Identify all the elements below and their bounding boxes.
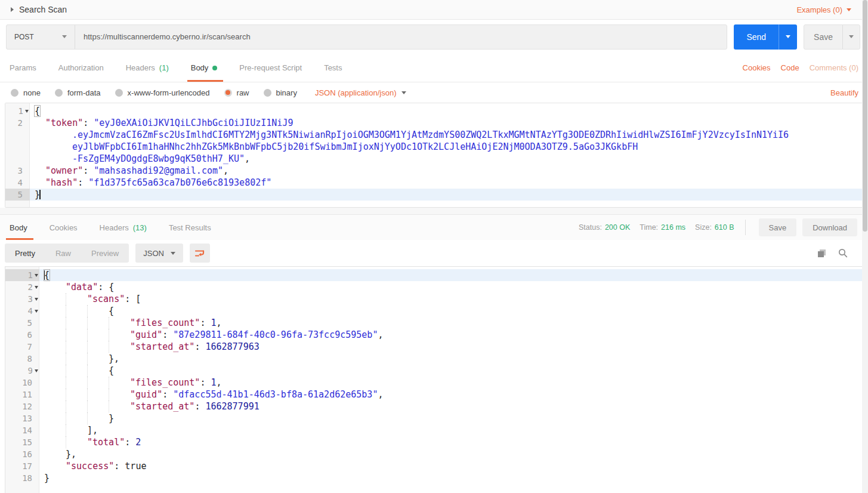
send-button[interactable]: Send [734, 24, 779, 50]
view-mode-pretty[interactable]: Pretty [5, 244, 45, 263]
body-mode-label: x-www-form-urlencoded [128, 88, 210, 97]
fold-toggle-icon[interactable] [25, 110, 29, 113]
url-input[interactable] [75, 25, 727, 49]
code-text[interactable]: "hash": "f1d375fc65a63ca7b076e6c8193e802… [30, 177, 863, 189]
link-comments-0-[interactable]: Comments (0) [810, 63, 858, 72]
link-cookies[interactable]: Cookies [743, 63, 771, 72]
fold-toggle-icon[interactable] [35, 310, 38, 313]
code-text[interactable]: "guid": "87e29811-684f-40c0-96fa-73fcc9c… [39, 329, 863, 341]
code-line: 8}, [5, 353, 863, 365]
code-text[interactable]: "scans": [ [39, 293, 863, 305]
fold-toggle-icon[interactable] [35, 274, 38, 277]
save-label: Save [814, 32, 833, 42]
code-text[interactable]: "started_at": 1662877963 [39, 341, 863, 353]
line-number: 17 [22, 461, 32, 471]
save-button[interactable]: Save [804, 24, 842, 50]
code-token: , [245, 153, 250, 164]
wrap-text-button[interactable] [190, 244, 210, 263]
code-text[interactable]: "total": 2 [39, 436, 863, 448]
code-text[interactable]: "token": "eyJ0eXAiOiJKV1QiLCJhbGciOiJIUz… [30, 117, 863, 129]
response-tab-cookies[interactable]: Cookies [50, 215, 78, 240]
code-text[interactable]: ], [39, 424, 863, 436]
body-mode-none[interactable]: none [11, 88, 41, 97]
code-token: "eyJ0eXAiOiJKV1QiLCJhbGciOiJIUzI1NiJ9 [94, 118, 293, 128]
examples-dropdown[interactable]: Examples (0) [796, 5, 858, 14]
body-mode-raw[interactable]: raw [224, 88, 249, 97]
beautify-link[interactable]: Beautify [830, 88, 858, 97]
code-token: 1 [211, 377, 216, 388]
code-text[interactable]: }, [39, 353, 863, 365]
code-text[interactable]: eyJlbWFpbCI6Im1haHNhc2hhZGk5MkBnbWFpbC5j… [30, 141, 863, 153]
code-text[interactable]: "files_count": 1, [39, 377, 863, 389]
response-body-editor[interactable]: 1{2"data": {3"scans": [4{5"files_count":… [5, 266, 863, 493]
response-save-button[interactable]: Save [759, 218, 797, 236]
code-token: ], [87, 425, 98, 436]
code-text[interactable]: .eyJmcmVzaCI6ZmFsc2UsImlhdCI6MTY2Mjg3NTk… [30, 129, 863, 141]
response-tab-body[interactable]: Body [10, 215, 27, 240]
code-line: 17"success": true [5, 460, 863, 472]
search-button[interactable] [836, 246, 850, 260]
code-text[interactable]: -FsZgEM4yDOgdgE8wbg9qK50thH7_KU", [30, 153, 863, 165]
response-view-bar: PrettyRawPreview JSON [0, 240, 868, 266]
code-text[interactable]: "started_at": 1662877991 [39, 400, 863, 412]
body-type-row: noneform-datax-www-form-urlencodedrawbin… [0, 82, 868, 103]
content-type-select[interactable]: JSON (application/json) [315, 88, 407, 97]
save-options-button[interactable] [842, 24, 860, 50]
body-mode-x-www-form-urlencoded[interactable]: x-www-form-urlencoded [115, 88, 210, 97]
scrollbar-thumb[interactable] [863, 0, 867, 232]
code-text[interactable]: "success": true [39, 460, 863, 472]
fold-toggle-icon[interactable] [35, 369, 38, 372]
code-token: : [125, 437, 135, 448]
code-text[interactable]: "files_count": 1, [39, 317, 863, 329]
send-options-button[interactable] [779, 24, 797, 50]
fold-toggle-icon[interactable] [35, 286, 38, 289]
code-text[interactable]: } [39, 412, 863, 424]
indent-guide [44, 424, 66, 436]
tab-authorization[interactable]: Authorization [58, 54, 104, 82]
request-body-editor[interactable]: 1{2"token": "eyJ0eXAiOiJKV1QiLCJhbGciOiJ… [5, 103, 863, 208]
tab-body[interactable]: Body [191, 54, 218, 82]
code-line: 14], [5, 424, 863, 436]
indent-guide [109, 317, 130, 329]
code-text[interactable]: "guid": "dfacc55d-41b1-46d3-bf8a-61a2d62… [39, 389, 863, 400]
line-number-gutter: 12 [5, 400, 39, 412]
link-code[interactable]: Code [781, 63, 799, 72]
code-text[interactable]: } [39, 472, 863, 484]
body-mode-form-data[interactable]: form-data [55, 88, 101, 97]
code-text[interactable]: "data": { [39, 281, 863, 293]
response-tab-headers[interactable]: Headers(13) [100, 215, 147, 240]
body-mode-binary[interactable]: binary [264, 88, 297, 97]
tab-label: Cookies [50, 223, 78, 232]
save-split-button: Save [804, 24, 860, 50]
method-select[interactable]: POST [7, 25, 75, 49]
view-mode-raw[interactable]: Raw [45, 244, 81, 263]
code-text[interactable]: { [39, 305, 863, 317]
code-token: "f1d375fc65a63ca7b076e6c8193e802f" [88, 177, 271, 188]
request-tabs-row: ParamsAuthorizationHeaders(1)BodyPre-req… [0, 54, 868, 82]
code-token: : [200, 318, 211, 328]
line-number-gutter: 8 [5, 353, 39, 365]
line-number-gutter: 4 [5, 305, 39, 317]
code-token: "hash" [45, 177, 78, 188]
tab-params[interactable]: Params [10, 54, 36, 82]
code-text[interactable]: "owner": "mahsashadi92@gmail.com", [30, 165, 863, 177]
code-text[interactable]: { [39, 365, 863, 377]
code-text[interactable]: { [30, 105, 863, 117]
view-mode-preview[interactable]: Preview [81, 244, 129, 263]
line-number: 15 [22, 437, 32, 447]
response-tab-test-results[interactable]: Test Results [169, 215, 211, 240]
code-text[interactable]: }, [39, 448, 863, 460]
copy-button[interactable] [814, 246, 829, 260]
tab-tests[interactable]: Tests [324, 54, 342, 82]
tab-pre-request-script[interactable]: Pre-request Script [239, 54, 302, 82]
line-number-gutter: 2 [5, 117, 30, 129]
response-download-button[interactable]: Download [802, 218, 857, 236]
code-text[interactable]: } [30, 189, 863, 201]
indent-guide [44, 377, 66, 389]
collapse-toggle-icon[interactable] [11, 7, 14, 12]
code-text[interactable]: { [39, 269, 863, 281]
tab-headers[interactable]: Headers(1) [126, 54, 169, 82]
format-select[interactable]: JSON [135, 244, 183, 263]
tab-count-badge: (13) [133, 223, 147, 232]
fold-toggle-icon[interactable] [35, 298, 38, 301]
